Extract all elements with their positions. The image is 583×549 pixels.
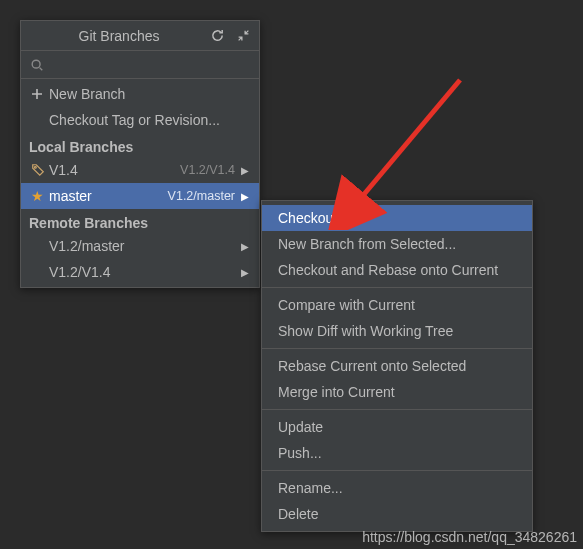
branch-item[interactable]: ★ master V1.2/master ▶: [21, 183, 259, 209]
popup-title: Git Branches: [29, 28, 209, 44]
submenu-arrow-icon: ▶: [239, 165, 249, 176]
context-menu-item[interactable]: Merge into Current: [262, 379, 532, 405]
menu-separator: [262, 348, 532, 349]
tag-icon: [31, 163, 49, 177]
tracking-branch: V1.2/master: [168, 189, 235, 203]
branch-item[interactable]: V1.4 V1.2/V1.4 ▶: [21, 157, 259, 183]
menu-separator: [262, 409, 532, 410]
title-bar: Git Branches: [21, 21, 259, 51]
context-menu-item[interactable]: Show Diff with Working Tree: [262, 318, 532, 344]
context-menu-item[interactable]: Update: [262, 414, 532, 440]
search-input[interactable]: [51, 57, 251, 73]
context-menu-item[interactable]: Delete: [262, 501, 532, 527]
svg-point-0: [32, 60, 40, 68]
remote-branches-header: Remote Branches: [21, 209, 259, 233]
branch-name: V1.4: [49, 162, 180, 178]
menu-checkout-tag[interactable]: Checkout Tag or Revision...: [21, 107, 259, 133]
local-branches-header: Local Branches: [21, 133, 259, 157]
menu-separator: [262, 287, 532, 288]
svg-line-2: [355, 80, 460, 205]
context-menu-item[interactable]: New Branch from Selected...: [262, 231, 532, 257]
search-row[interactable]: [21, 51, 259, 79]
context-menu-item[interactable]: Push...: [262, 440, 532, 466]
branch-name: V1.2/master: [49, 238, 239, 254]
collapse-icon[interactable]: [235, 28, 251, 44]
checkout-tag-label: Checkout Tag or Revision...: [49, 112, 249, 128]
svg-point-1: [35, 167, 37, 169]
menu-separator: [262, 470, 532, 471]
tracking-branch: V1.2/V1.4: [180, 163, 235, 177]
branch-item[interactable]: V1.2/V1.4 ▶: [21, 259, 259, 285]
context-menu-item[interactable]: Rebase Current onto Selected: [262, 353, 532, 379]
context-menu-item[interactable]: Checkout and Rebase onto Current: [262, 257, 532, 283]
refresh-icon[interactable]: [209, 28, 225, 44]
new-branch-label: New Branch: [49, 86, 249, 102]
search-icon: [29, 57, 45, 73]
branch-name: V1.2/V1.4: [49, 264, 239, 280]
submenu-arrow-icon: ▶: [239, 241, 249, 252]
submenu-arrow-icon: ▶: [239, 191, 249, 202]
star-icon: ★: [31, 188, 49, 204]
branch-item[interactable]: V1.2/master ▶: [21, 233, 259, 259]
menu-new-branch[interactable]: New Branch: [21, 81, 259, 107]
plus-icon: [31, 88, 49, 100]
context-menu-item[interactable]: Checkout: [262, 205, 532, 231]
menu-body: New Branch Checkout Tag or Revision... L…: [21, 79, 259, 287]
watermark: https://blog.csdn.net/qq_34826261: [362, 529, 577, 545]
branch-context-menu: CheckoutNew Branch from Selected...Check…: [261, 200, 533, 532]
context-menu-item[interactable]: Compare with Current: [262, 292, 532, 318]
context-menu-item[interactable]: Rename...: [262, 475, 532, 501]
submenu-arrow-icon: ▶: [239, 267, 249, 278]
git-branches-popup: Git Branches New Bra: [20, 20, 260, 288]
branch-name: master: [49, 188, 168, 204]
